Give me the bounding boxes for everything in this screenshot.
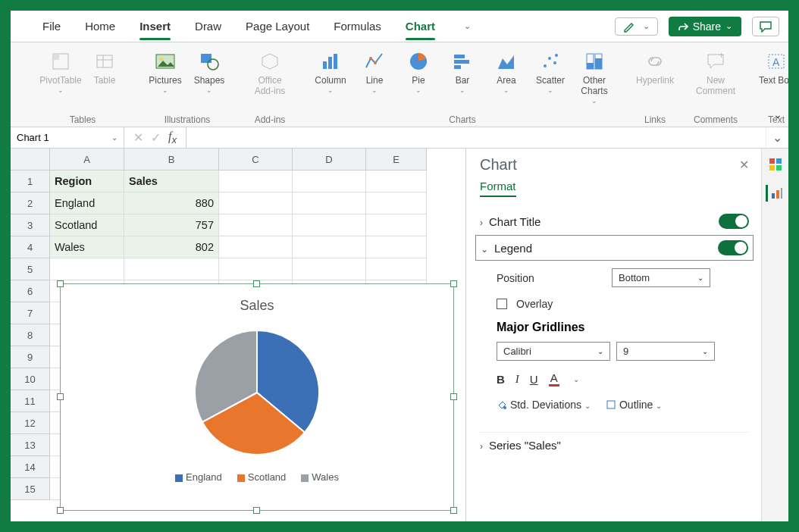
text-box-button[interactable]: A Text Box — [755, 47, 788, 88]
legend-position-dropdown[interactable]: Bottom ⌄ — [612, 268, 710, 287]
column-header[interactable]: B — [124, 149, 219, 171]
fx-icon[interactable]: fx — [168, 130, 177, 146]
overlay-checkbox[interactable] — [497, 299, 507, 309]
cancel-icon[interactable]: ✕ — [133, 130, 143, 145]
row-header[interactable]: 15 — [11, 478, 50, 500]
cell-C2[interactable] — [219, 192, 293, 214]
row-header[interactable]: 7 — [11, 302, 50, 324]
cell-styles-icon[interactable] — [767, 156, 784, 173]
resize-handle[interactable] — [450, 280, 457, 287]
legend-item[interactable]: Wales — [301, 471, 339, 483]
font-color-button[interactable]: A — [549, 371, 559, 386]
row-header[interactable]: 6 — [11, 280, 50, 302]
formula-input[interactable] — [186, 127, 766, 148]
cell-C5[interactable] — [219, 258, 293, 280]
bar-chart-button[interactable]: Bar⌄ — [441, 47, 484, 106]
close-icon[interactable]: ✕ — [739, 158, 749, 172]
pivottable-button[interactable]: PivotTable⌄ — [39, 47, 82, 95]
tab-chart-contextual[interactable]: Chart — [393, 11, 447, 42]
pie-chart-button[interactable]: Pie⌄ — [397, 47, 440, 106]
cell-A3[interactable]: Scotland — [50, 214, 124, 236]
resize-handle[interactable] — [450, 393, 457, 400]
font-family-dropdown[interactable]: Calibri ⌄ — [497, 342, 610, 361]
tab-home[interactable]: Home — [73, 11, 127, 42]
tab-formulas[interactable]: Formulas — [321, 11, 393, 42]
chart-title-toggle[interactable] — [719, 214, 749, 229]
area-chart-button[interactable]: Area⌄ — [485, 47, 528, 106]
chart-title[interactable]: Sales — [61, 298, 453, 314]
row-header[interactable]: 11 — [11, 390, 50, 412]
share-button[interactable]: Share ⌄ — [669, 17, 741, 36]
cell-D4[interactable] — [293, 236, 366, 258]
legend-toggle[interactable] — [718, 240, 748, 255]
scatter-chart-button[interactable]: Scatter⌄ — [529, 47, 572, 106]
row-header[interactable]: 5 — [11, 258, 50, 280]
cell-D2[interactable] — [293, 192, 366, 214]
cell-B3[interactable]: 757 — [124, 214, 219, 236]
row-header[interactable]: 3 — [11, 214, 50, 236]
cell-E3[interactable] — [366, 214, 427, 236]
chevron-down-icon[interactable]: ⌄ — [573, 375, 579, 383]
std-deviations-button[interactable]: Std. Deviations⌄ — [497, 399, 591, 411]
cell-C1[interactable] — [219, 171, 293, 192]
cell-C4[interactable] — [219, 236, 293, 258]
worksheet[interactable]: ABCDE1RegionSales2England8803Scotland757… — [11, 149, 465, 521]
column-header[interactable]: C — [219, 149, 293, 171]
resize-handle[interactable] — [57, 280, 64, 287]
section-series[interactable]: ›Series "Sales" — [480, 432, 749, 458]
legend-item[interactable]: Scotland — [237, 471, 287, 483]
cell-E2[interactable] — [366, 192, 427, 214]
legend-item[interactable]: England — [175, 471, 222, 483]
section-legend[interactable]: ⌄Legend — [475, 235, 754, 261]
chart-legend[interactable]: EnglandScotlandWales — [61, 471, 453, 483]
embedded-chart[interactable]: Sales EnglandScotlandWales — [60, 283, 454, 511]
italic-button[interactable]: I — [515, 373, 519, 386]
outline-button[interactable]: Outline⌄ — [606, 399, 662, 411]
row-header[interactable]: 1 — [11, 171, 50, 192]
cell-D1[interactable] — [293, 171, 366, 192]
tab-draw[interactable]: Draw — [183, 11, 233, 42]
resize-handle[interactable] — [57, 507, 64, 514]
cell-B5[interactable] — [124, 258, 219, 280]
row-header[interactable]: 12 — [11, 412, 50, 434]
cell-B2[interactable]: 880 — [124, 192, 219, 214]
editing-mode-button[interactable]: ⌄ — [615, 17, 658, 36]
font-size-dropdown[interactable]: 9 ⌄ — [616, 342, 715, 361]
confirm-icon[interactable]: ✓ — [151, 130, 161, 145]
format-tab[interactable]: Format — [480, 180, 516, 197]
cell-B1[interactable]: Sales — [124, 171, 219, 192]
resize-handle[interactable] — [253, 507, 260, 514]
tab-insert[interactable]: Insert — [127, 11, 183, 42]
hyperlink-button[interactable]: Hyperlink — [634, 47, 676, 88]
resize-handle[interactable] — [57, 393, 64, 400]
pie-plot[interactable] — [61, 324, 453, 461]
cell-D3[interactable] — [293, 214, 366, 236]
cell-C3[interactable] — [219, 214, 293, 236]
tab-file[interactable]: File — [30, 11, 73, 42]
row-header[interactable]: 8 — [11, 324, 50, 346]
cell-E4[interactable] — [366, 236, 427, 258]
new-comment-button[interactable]: + New Comment — [694, 47, 737, 99]
column-header[interactable]: E — [366, 149, 427, 171]
chart-pane-icon[interactable] — [766, 185, 782, 202]
cell-B4[interactable]: 802 — [124, 236, 219, 258]
cell-D5[interactable] — [293, 258, 366, 280]
cell-A1[interactable]: Region — [50, 171, 124, 192]
table-button[interactable]: Table — [83, 47, 126, 95]
row-header[interactable]: 4 — [11, 236, 50, 258]
section-chart-title[interactable]: ›Chart Title — [480, 208, 749, 235]
tab-page-layout[interactable]: Page Layout — [233, 11, 321, 42]
name-box[interactable]: Chart 1 ⌄ — [11, 127, 124, 148]
column-header[interactable]: A — [50, 149, 124, 171]
bold-button[interactable]: B — [497, 373, 505, 386]
column-header[interactable]: D — [293, 149, 366, 171]
comments-button[interactable] — [752, 17, 779, 36]
cell-A4[interactable]: Wales — [50, 236, 124, 258]
office-addins-button[interactable]: Office Add-ins — [249, 47, 291, 99]
resize-handle[interactable] — [253, 280, 260, 287]
row-header[interactable]: 9 — [11, 346, 50, 368]
resize-handle[interactable] — [450, 507, 457, 514]
column-chart-button[interactable]: Column⌄ — [309, 47, 352, 106]
other-charts-button[interactable]: Other Charts⌄ — [573, 47, 616, 106]
cell-E5[interactable] — [366, 258, 427, 280]
